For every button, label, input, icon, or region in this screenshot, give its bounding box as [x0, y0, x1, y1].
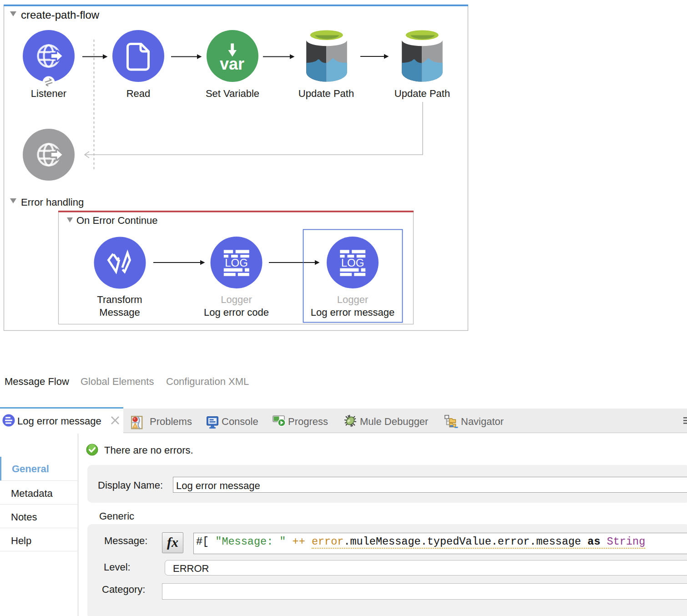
svg-text:Logger: Logger	[337, 294, 369, 305]
svg-text:Update Path: Update Path	[394, 88, 450, 99]
svg-text:Read: Read	[126, 88, 151, 99]
svg-text:Set Variable: Set Variable	[206, 88, 259, 99]
svg-text:var: var	[220, 55, 244, 73]
svg-text:Transform: Transform	[97, 294, 142, 305]
svg-text:Log error code: Log error code	[204, 307, 269, 318]
svg-text:Listener: Listener	[31, 88, 66, 99]
svg-text:Message: Message	[99, 307, 140, 318]
svg-text:Logger: Logger	[221, 294, 252, 305]
svg-text:Update Path: Update Path	[298, 88, 354, 99]
svg-text:create-path-flow: create-path-flow	[21, 9, 100, 21]
svg-text:On Error Continue: On Error Continue	[76, 215, 158, 226]
svg-text:Log error message: Log error message	[311, 307, 395, 318]
svg-text:Error handling: Error handling	[21, 197, 84, 208]
